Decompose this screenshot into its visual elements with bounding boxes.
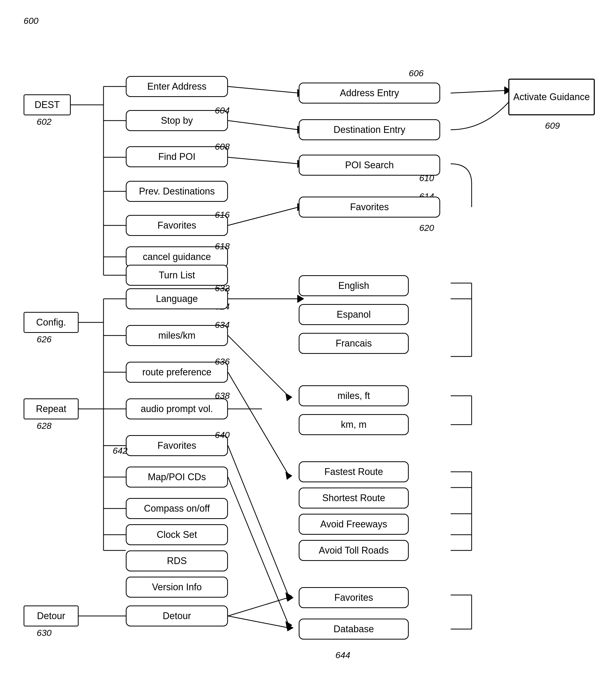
label-640: 640 — [215, 430, 230, 440]
version-info-node: Version Info — [126, 577, 228, 598]
km-m-node: km, m — [299, 414, 409, 435]
diagram-label: 600 — [24, 16, 39, 26]
svg-line-11 — [228, 121, 299, 130]
label-609: 609 — [545, 121, 560, 131]
prev-destinations-node: Prev. Destinations — [126, 181, 228, 202]
svg-line-34 — [228, 336, 288, 396]
label-608: 608 — [215, 142, 230, 152]
stop-by-node: Stop by — [126, 110, 228, 131]
label-644: 644 — [335, 650, 350, 660]
favorites-left-node: Favorites — [126, 215, 228, 236]
label-628: 628 — [37, 421, 52, 431]
map-poi-node: Map/POI CDs — [126, 467, 228, 488]
cancel-guidance-node: cancel guidance — [126, 246, 228, 267]
label-642: 642 — [113, 446, 128, 456]
miles-km-node: miles/km — [126, 325, 228, 346]
label-606: 606 — [409, 68, 424, 78]
favorites-right-node: Favorites — [299, 587, 409, 608]
svg-marker-37 — [286, 472, 292, 480]
label-620: 620 — [419, 223, 434, 233]
svg-line-41 — [228, 477, 288, 624]
label-610: 610 — [419, 173, 434, 183]
label-602: 602 — [37, 116, 52, 127]
label-626: 626 — [37, 334, 52, 344]
avoid-freeways-node: Avoid Freeways — [299, 514, 409, 535]
address-entry-node: Address Entry — [299, 83, 440, 104]
svg-line-39 — [228, 446, 288, 595]
detour-box-node: Detour — [126, 605, 228, 626]
label-638: 638 — [215, 390, 230, 401]
activate-guidance-node: Activate Guidance — [508, 79, 595, 115]
config-node: Config. — [24, 312, 79, 333]
diagram: 600 DEST 602 Enter Address Stop by 604 F… — [0, 0, 616, 687]
language-node: Language — [126, 288, 228, 309]
find-poi-node: Find POI — [126, 146, 228, 167]
label-632: 632 — [215, 283, 230, 293]
svg-line-15 — [228, 207, 299, 226]
fastest-route-node: Fastest Route — [299, 461, 409, 482]
rds-node: RDS — [126, 551, 228, 572]
espanol-node: Espanol — [299, 304, 409, 325]
favorites-config-node: Favorites — [126, 435, 228, 456]
poi-search-node: POI Search — [299, 155, 440, 176]
label-634: 634 — [215, 320, 230, 330]
label-616: 616 — [215, 210, 230, 220]
avoid-toll-roads-node: Avoid Toll Roads — [299, 540, 409, 561]
detour-left-node: Detour — [24, 605, 79, 626]
label-636: 636 — [215, 357, 230, 367]
svg-marker-35 — [286, 393, 292, 401]
label-604: 604 — [215, 105, 230, 115]
favorites-mid-node: Favorites — [299, 197, 440, 218]
svg-line-36 — [228, 372, 288, 474]
clock-set-node: Clock Set — [126, 524, 228, 545]
destination-entry-node: Destination Entry — [299, 119, 440, 140]
route-preference-node: route preference — [126, 362, 228, 383]
shortest-route-node: Shortest Route — [299, 488, 409, 509]
enter-address-node: Enter Address — [126, 76, 228, 97]
audio-prompt-node: audio prompt vol. — [126, 399, 228, 420]
svg-line-17 — [451, 90, 506, 93]
english-node: English — [299, 275, 409, 296]
dest-node: DEST — [24, 94, 71, 115]
svg-line-9 — [228, 86, 299, 93]
repeat-node: Repeat — [24, 399, 79, 420]
label-630: 630 — [37, 628, 52, 638]
compass-node: Compass on/off — [126, 498, 228, 519]
svg-line-13 — [228, 157, 299, 164]
label-618: 618 — [215, 241, 230, 251]
svg-line-46 — [228, 598, 288, 616]
francais-node: Francais — [299, 333, 409, 354]
miles-ft-node: miles, ft — [299, 385, 409, 406]
turn-list-node: Turn List — [126, 265, 228, 286]
database-node: Database — [299, 619, 409, 640]
svg-line-48 — [228, 616, 288, 628]
